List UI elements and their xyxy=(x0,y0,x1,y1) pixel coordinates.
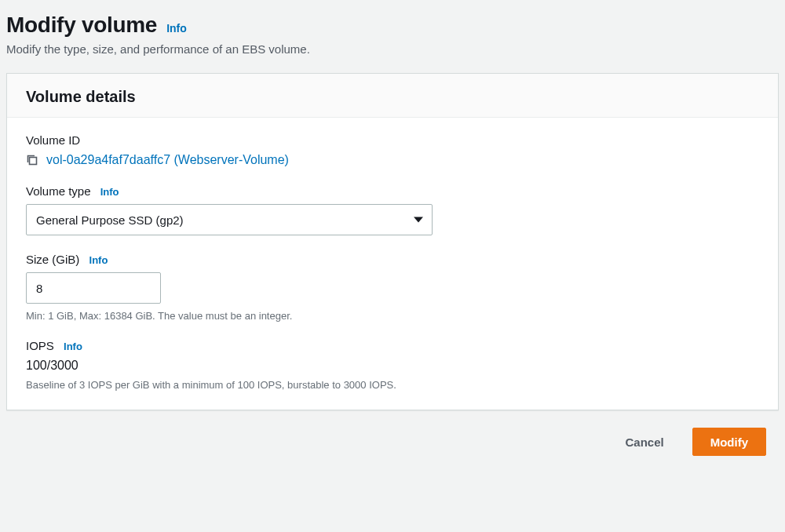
size-input[interactable] xyxy=(26,272,161,304)
iops-label-text: IOPS xyxy=(26,339,54,352)
iops-label: IOPS Info xyxy=(26,339,759,352)
size-hint: Min: 1 GiB, Max: 16384 GiB. The value mu… xyxy=(26,310,759,322)
info-link-volume-type[interactable]: Info xyxy=(100,186,119,198)
volume-type-label-text: Volume type xyxy=(26,184,91,198)
info-link-header[interactable]: Info xyxy=(166,22,187,35)
iops-value: 100/3000 xyxy=(26,359,759,373)
svg-rect-0 xyxy=(30,158,37,165)
iops-hint: Baseline of 3 IOPS per GiB with a minimu… xyxy=(26,379,759,391)
page-title: Modify volume xyxy=(6,13,157,38)
size-label: Size (GiB) Info xyxy=(26,253,759,266)
volume-id-field: Volume ID vol-0a29a4faf7daaffc7 (Webserv… xyxy=(26,133,759,167)
size-field: Size (GiB) Info Min: 1 GiB, Max: 16384 G… xyxy=(26,253,759,322)
volume-id-link[interactable]: vol-0a29a4faf7daaffc7 (Webserver-Volume) xyxy=(46,153,289,167)
modify-button[interactable]: Modify xyxy=(692,428,766,456)
iops-field: IOPS Info 100/3000 Baseline of 3 IOPS pe… xyxy=(26,339,759,391)
page-description: Modify the type, size, and performance o… xyxy=(6,42,779,56)
volume-type-label: Volume type Info xyxy=(26,184,759,198)
info-link-iops[interactable]: Info xyxy=(64,341,82,352)
volume-type-select[interactable]: General Purpose SSD (gp2) xyxy=(26,204,433,235)
volume-id-label: Volume ID xyxy=(26,133,759,147)
copy-icon[interactable] xyxy=(26,154,38,166)
volume-type-field: Volume type Info General Purpose SSD (gp… xyxy=(26,184,759,235)
info-link-size[interactable]: Info xyxy=(89,254,108,266)
footer: Cancel Modify xyxy=(6,410,779,467)
panel-title: Volume details xyxy=(26,88,759,106)
volume-details-panel: Volume details Volume ID vol-0a29a4faf7d… xyxy=(6,73,779,410)
panel-header: Volume details xyxy=(7,74,778,118)
size-label-text: Size (GiB) xyxy=(26,253,79,266)
cancel-button[interactable]: Cancel xyxy=(608,428,681,456)
